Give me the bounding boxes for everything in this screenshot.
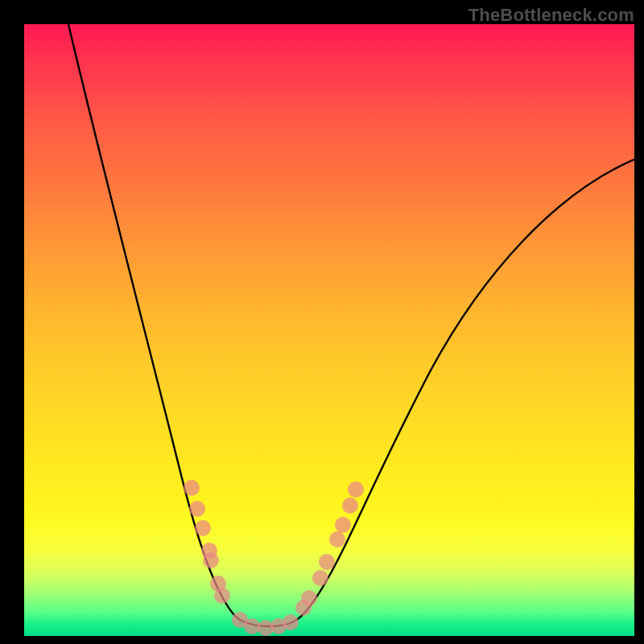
watermark-text: TheBottleneck.com bbox=[469, 5, 634, 26]
curve-marker bbox=[301, 590, 317, 606]
curve-marker bbox=[189, 501, 205, 517]
curve-marker bbox=[335, 517, 351, 533]
curve-marker bbox=[348, 481, 364, 497]
curve-marker bbox=[195, 520, 211, 536]
curve-marker bbox=[214, 588, 230, 604]
curve-marker bbox=[329, 531, 345, 547]
curve-markers-group bbox=[184, 480, 364, 636]
curve-marker bbox=[312, 570, 328, 586]
bottleneck-curve-svg bbox=[24, 24, 634, 636]
curve-marker bbox=[244, 618, 260, 634]
curve-marker bbox=[184, 480, 200, 496]
bottleneck-curve-path bbox=[68, 24, 634, 626]
curve-marker bbox=[319, 554, 335, 570]
curve-marker bbox=[283, 614, 299, 630]
curve-marker bbox=[203, 552, 219, 568]
curve-marker bbox=[342, 497, 358, 514]
